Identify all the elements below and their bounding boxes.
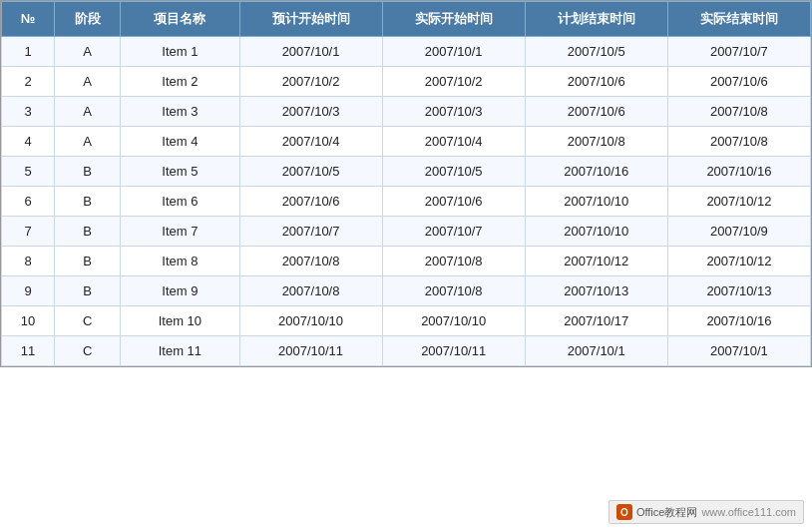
header-no: № bbox=[2, 2, 55, 37]
cell-no: 8 bbox=[2, 247, 55, 276]
cell-plan-start: 2007/10/5 bbox=[239, 157, 382, 187]
cell-plan-end: 2007/10/12 bbox=[525, 247, 667, 276]
cell-plan-start: 2007/10/10 bbox=[239, 306, 382, 336]
cell-actual-start: 2007/10/5 bbox=[382, 157, 525, 187]
cell-stage: A bbox=[55, 127, 121, 157]
cell-actual-end: 2007/10/13 bbox=[667, 276, 810, 306]
cell-stage: B bbox=[55, 276, 121, 306]
cell-plan-start: 2007/10/8 bbox=[239, 247, 382, 276]
cell-actual-start: 2007/10/3 bbox=[382, 97, 525, 127]
cell-actual-start: 2007/10/1 bbox=[382, 37, 525, 67]
table-row: 8BItem 82007/10/82007/10/82007/10/122007… bbox=[2, 247, 811, 276]
watermark-sublabel: www.office111.com bbox=[701, 506, 796, 518]
table-row: 10CItem 102007/10/102007/10/102007/10/17… bbox=[2, 306, 811, 336]
cell-actual-end: 2007/10/7 bbox=[667, 37, 810, 67]
cell-no: 10 bbox=[2, 306, 55, 336]
cell-plan-start: 2007/10/4 bbox=[239, 127, 382, 157]
cell-name: Item 7 bbox=[121, 217, 239, 247]
cell-no: 2 bbox=[2, 67, 55, 97]
cell-plan-start: 2007/10/2 bbox=[239, 67, 382, 97]
office-icon: O bbox=[616, 504, 632, 520]
cell-no: 5 bbox=[2, 157, 55, 187]
table-row: 11CItem 112007/10/112007/10/112007/10/12… bbox=[2, 336, 811, 366]
header-plan-end: 计划结束时间 bbox=[525, 2, 667, 37]
cell-actual-end: 2007/10/8 bbox=[667, 127, 810, 157]
cell-actual-start: 2007/10/11 bbox=[382, 336, 525, 366]
cell-actual-end: 2007/10/16 bbox=[667, 306, 810, 336]
cell-actual-start: 2007/10/8 bbox=[382, 247, 525, 276]
cell-plan-end: 2007/10/10 bbox=[525, 217, 667, 247]
cell-plan-end: 2007/10/1 bbox=[525, 336, 667, 366]
cell-actual-start: 2007/10/6 bbox=[382, 187, 525, 217]
cell-plan-start: 2007/10/3 bbox=[239, 97, 382, 127]
table-row: 4AItem 42007/10/42007/10/42007/10/82007/… bbox=[2, 127, 811, 157]
cell-plan-end: 2007/10/13 bbox=[525, 276, 667, 306]
cell-actual-start: 2007/10/10 bbox=[382, 306, 525, 336]
cell-plan-start: 2007/10/8 bbox=[239, 276, 382, 306]
cell-no: 1 bbox=[2, 37, 55, 67]
cell-plan-start: 2007/10/11 bbox=[239, 336, 382, 366]
cell-plan-start: 2007/10/6 bbox=[239, 187, 382, 217]
cell-actual-end: 2007/10/12 bbox=[667, 187, 810, 217]
cell-actual-start: 2007/10/4 bbox=[382, 127, 525, 157]
cell-name: Item 11 bbox=[121, 336, 239, 366]
cell-no: 7 bbox=[2, 217, 55, 247]
watermark-label: Office教程网 bbox=[636, 505, 698, 520]
header-stage: 阶段 bbox=[55, 2, 121, 37]
cell-name: Item 8 bbox=[121, 247, 239, 276]
cell-no: 11 bbox=[2, 336, 55, 366]
cell-no: 4 bbox=[2, 127, 55, 157]
cell-plan-end: 2007/10/6 bbox=[525, 97, 667, 127]
cell-no: 3 bbox=[2, 97, 55, 127]
cell-actual-end: 2007/10/16 bbox=[667, 157, 810, 187]
header-actual-end: 实际结束时间 bbox=[667, 2, 810, 37]
cell-name: Item 3 bbox=[121, 97, 239, 127]
cell-plan-end: 2007/10/5 bbox=[525, 37, 667, 67]
table-row: 7BItem 72007/10/72007/10/72007/10/102007… bbox=[2, 217, 811, 247]
cell-stage: C bbox=[55, 336, 121, 366]
cell-plan-end: 2007/10/10 bbox=[525, 187, 667, 217]
cell-actual-end: 2007/10/1 bbox=[667, 336, 810, 366]
table-row: 5BItem 52007/10/52007/10/52007/10/162007… bbox=[2, 157, 811, 187]
watermark-badge: O Office教程网 www.office111.com bbox=[609, 500, 804, 524]
cell-plan-start: 2007/10/1 bbox=[239, 37, 382, 67]
table-row: 1AItem 12007/10/12007/10/12007/10/52007/… bbox=[2, 37, 811, 67]
cell-stage: B bbox=[55, 187, 121, 217]
cell-name: Item 4 bbox=[121, 127, 239, 157]
cell-stage: C bbox=[55, 306, 121, 336]
header-name: 项目名称 bbox=[121, 2, 239, 37]
cell-plan-end: 2007/10/8 bbox=[525, 127, 667, 157]
cell-no: 6 bbox=[2, 187, 55, 217]
cell-name: Item 5 bbox=[121, 157, 239, 187]
header-plan-start: 预计开始时间 bbox=[239, 2, 382, 37]
cell-name: Item 9 bbox=[121, 276, 239, 306]
cell-actual-end: 2007/10/8 bbox=[667, 97, 810, 127]
table-row: 3AItem 32007/10/32007/10/32007/10/62007/… bbox=[2, 97, 811, 127]
cell-name: Item 2 bbox=[121, 67, 239, 97]
cell-actual-start: 2007/10/8 bbox=[382, 276, 525, 306]
cell-stage: A bbox=[55, 67, 121, 97]
cell-actual-start: 2007/10/7 bbox=[382, 217, 525, 247]
cell-plan-end: 2007/10/16 bbox=[525, 157, 667, 187]
cell-stage: B bbox=[55, 247, 121, 276]
cell-plan-end: 2007/10/17 bbox=[525, 306, 667, 336]
cell-actual-start: 2007/10/2 bbox=[382, 67, 525, 97]
header-actual-start: 实际开始时间 bbox=[382, 2, 525, 37]
table-row: 2AItem 22007/10/22007/10/22007/10/62007/… bbox=[2, 67, 811, 97]
cell-actual-end: 2007/10/6 bbox=[667, 67, 810, 97]
cell-actual-end: 2007/10/12 bbox=[667, 247, 810, 276]
cell-stage: B bbox=[55, 157, 121, 187]
cell-name: Item 6 bbox=[121, 187, 239, 217]
cell-plan-end: 2007/10/6 bbox=[525, 67, 667, 97]
main-table-wrapper: № 阶段 项目名称 预计开始时间 实际开始时间 计划结束时间 实际结束时间 1A… bbox=[0, 0, 812, 367]
cell-name: Item 1 bbox=[121, 37, 239, 67]
table-row: 9BItem 92007/10/82007/10/82007/10/132007… bbox=[2, 276, 811, 306]
header-row: № 阶段 项目名称 预计开始时间 实际开始时间 计划结束时间 实际结束时间 bbox=[2, 2, 811, 37]
table-row: 6BItem 62007/10/62007/10/62007/10/102007… bbox=[2, 187, 811, 217]
cell-no: 9 bbox=[2, 276, 55, 306]
cell-stage: B bbox=[55, 217, 121, 247]
project-table: № 阶段 项目名称 预计开始时间 实际开始时间 计划结束时间 实际结束时间 1A… bbox=[1, 1, 811, 366]
cell-actual-end: 2007/10/9 bbox=[667, 217, 810, 247]
cell-stage: A bbox=[55, 37, 121, 67]
cell-plan-start: 2007/10/7 bbox=[239, 217, 382, 247]
